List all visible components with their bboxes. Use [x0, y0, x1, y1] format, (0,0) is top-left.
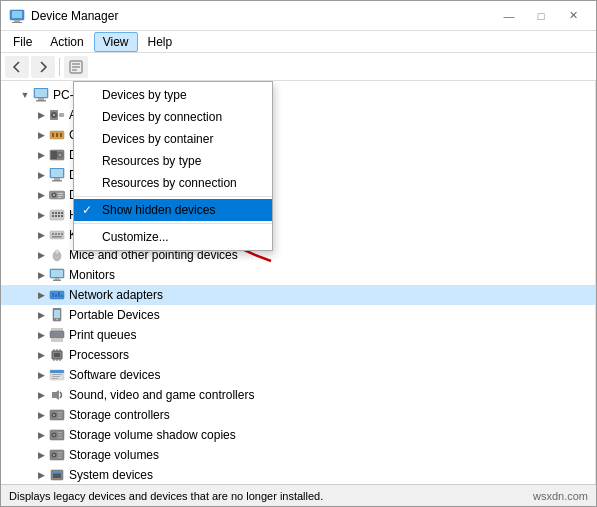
dropdown-item-by-conn[interactable]: Devices by connection	[74, 106, 272, 128]
svg-rect-54	[55, 278, 59, 280]
dvd-icon	[49, 187, 65, 203]
svg-rect-26	[54, 178, 60, 180]
dropdown-item-by-container[interactable]: Devices by container	[74, 128, 272, 150]
tree-item-storvols[interactable]: ▶ Storage volumes	[1, 445, 595, 465]
expand-icon-keyb[interactable]: ▶	[33, 227, 49, 243]
svg-rect-37	[58, 212, 60, 214]
audio-icon	[49, 107, 65, 123]
tree-label-software: Software devices	[69, 368, 160, 382]
tree-label-network: Network adapters	[69, 288, 163, 302]
network-icon	[49, 287, 65, 303]
expand-icon-pc[interactable]: ▼	[17, 87, 33, 103]
svg-point-14	[53, 114, 55, 116]
disp-icon	[49, 167, 65, 183]
expand-icon-monitors[interactable]: ▶	[33, 267, 49, 283]
svg-rect-98	[58, 455, 62, 456]
svg-marker-81	[52, 390, 59, 400]
forward-button[interactable]	[31, 56, 55, 78]
svg-rect-86	[58, 415, 62, 416]
dropdown-item-by-type[interactable]: Devices by type	[74, 84, 272, 106]
mice-icon	[49, 247, 65, 263]
menu-action[interactable]: Action	[42, 33, 91, 51]
tree-label-sound: Sound, video and game controllers	[69, 388, 254, 402]
svg-point-51	[55, 250, 59, 254]
storage-icon	[49, 407, 65, 423]
dropdown-label-by-container: Devices by container	[102, 132, 213, 146]
pc-icon	[33, 87, 49, 103]
svg-rect-47	[61, 233, 63, 235]
expand-icon-mice[interactable]: ▶	[33, 247, 49, 263]
expand-icon-dvd[interactable]: ▶	[33, 187, 49, 203]
tree-item-system[interactable]: ▶ System devices	[1, 465, 595, 484]
tree-item-network[interactable]: ▶ Network adapters	[1, 285, 595, 305]
keyb-icon	[49, 227, 65, 243]
svg-rect-2	[14, 20, 20, 22]
properties-button[interactable]	[64, 56, 88, 78]
svg-rect-10	[38, 98, 44, 100]
svg-rect-78	[52, 374, 62, 375]
status-bar: Displays legacy devices and devices that…	[1, 484, 596, 506]
window-title: Device Manager	[31, 9, 118, 23]
close-button[interactable]: ✕	[558, 6, 588, 26]
expand-icon-com[interactable]: ▶	[33, 127, 49, 143]
expand-icon-print[interactable]: ▶	[33, 327, 49, 343]
expand-icon-storvols[interactable]: ▶	[33, 447, 49, 463]
dropdown-item-res-conn[interactable]: Resources by connection	[74, 172, 272, 194]
tree-item-portable[interactable]: ▶ Portable Devices	[1, 305, 595, 325]
expand-icon-storage[interactable]: ▶	[33, 407, 49, 423]
svg-rect-39	[52, 215, 54, 217]
expand-icon-hum[interactable]: ▶	[33, 207, 49, 223]
expand-icon-portable[interactable]: ▶	[33, 307, 49, 323]
svg-rect-80	[52, 378, 58, 379]
expand-icon-system[interactable]: ▶	[33, 467, 49, 483]
expand-icon-disk[interactable]: ▶	[33, 147, 49, 163]
tree-item-monitors[interactable]: ▶ Monitors	[1, 265, 595, 285]
svg-point-96	[53, 454, 55, 456]
svg-rect-1	[12, 11, 22, 18]
svg-rect-25	[51, 169, 63, 177]
svg-rect-66	[52, 333, 54, 335]
tree-item-sound[interactable]: ▶ Sound, video and game controllers	[1, 385, 595, 405]
device-manager-window: Device Manager — □ ✕ File Action View He…	[0, 0, 597, 507]
tree-item-storvol[interactable]: ▶ Storage volume shadow copies	[1, 425, 595, 445]
svg-point-30	[53, 194, 55, 196]
expand-icon-network[interactable]: ▶	[33, 287, 49, 303]
back-button[interactable]	[5, 56, 29, 78]
tree-item-software[interactable]: ▶ Software devices	[1, 365, 595, 385]
expand-icon-proc[interactable]: ▶	[33, 347, 49, 363]
dropdown-separator-2	[74, 223, 272, 224]
expand-icon-sound[interactable]: ▶	[33, 387, 49, 403]
menu-file[interactable]: File	[5, 33, 40, 51]
tree-item-storage[interactable]: ▶ Storage controllers	[1, 405, 595, 425]
svg-rect-99	[58, 457, 62, 458]
expand-icon-storvol[interactable]: ▶	[33, 427, 49, 443]
expand-icon-audio[interactable]: ▶	[33, 107, 49, 123]
svg-rect-17	[52, 133, 54, 137]
svg-rect-9	[35, 89, 47, 97]
svg-rect-33	[58, 197, 61, 198]
status-text: Displays legacy devices and devices that…	[9, 490, 323, 502]
minimize-button[interactable]: —	[494, 6, 524, 26]
tree-label-storvols: Storage volumes	[69, 448, 159, 462]
menu-view[interactable]: View	[94, 32, 138, 52]
maximize-button[interactable]: □	[526, 6, 556, 26]
sound-icon	[49, 387, 65, 403]
expand-icon-software[interactable]: ▶	[33, 367, 49, 383]
monitors-icon	[49, 267, 65, 283]
tree-item-print[interactable]: ▶ Print queues	[1, 325, 595, 345]
tree-label-print: Print queues	[69, 328, 136, 342]
dropdown-item-customize[interactable]: Customize...	[74, 226, 272, 248]
dropdown-item-res-type[interactable]: Resources by type	[74, 150, 272, 172]
dropdown-separator-1	[74, 196, 272, 197]
dropdown-item-show-hidden[interactable]: ✓ Show hidden devices	[74, 199, 272, 221]
software-icon	[49, 367, 65, 383]
dropdown-label-by-conn: Devices by connection	[102, 110, 222, 124]
svg-rect-67	[51, 338, 63, 342]
svg-point-23	[59, 154, 61, 156]
storvols-icon	[49, 447, 65, 463]
expand-icon-disp[interactable]: ▶	[33, 167, 49, 183]
toolbar-divider	[59, 58, 60, 76]
tree-item-proc[interactable]: ▶ Processors	[1, 345, 595, 365]
menu-help[interactable]: Help	[140, 33, 181, 51]
svg-rect-19	[60, 133, 62, 137]
